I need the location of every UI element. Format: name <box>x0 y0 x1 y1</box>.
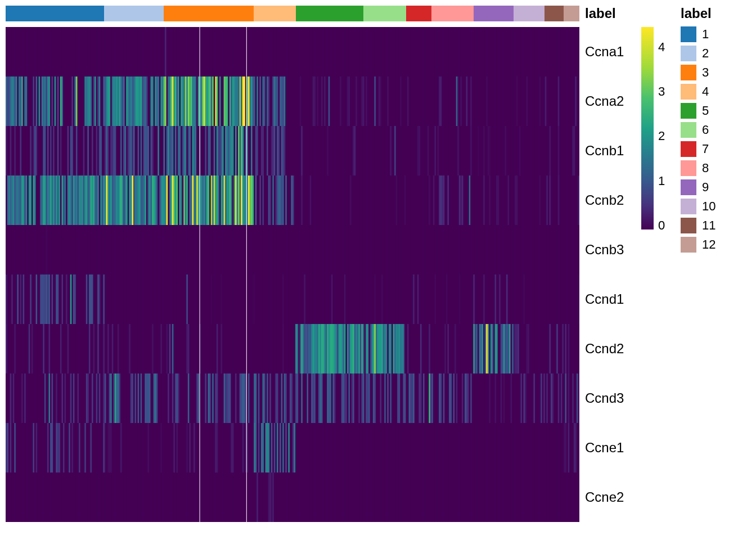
colorbar-tick: 0 <box>658 218 665 233</box>
heatmap-canvas <box>6 27 579 522</box>
legend-label: 6 <box>702 123 709 137</box>
legend-label: 11 <box>702 218 716 233</box>
legend-swatch <box>681 199 696 214</box>
row-label-Ccnb2: Ccnb2 <box>585 176 636 225</box>
legend-item-2: 2 <box>681 45 748 62</box>
legend-title: label <box>681 6 748 21</box>
annotation-segment-4 <box>254 6 296 21</box>
colorbar-tick: 3 <box>658 84 665 99</box>
legend-item-3: 3 <box>681 64 748 81</box>
annotation-segment-7 <box>406 6 431 21</box>
annotation-title: label <box>585 6 616 21</box>
legend-item-10: 10 <box>681 198 748 215</box>
row-labels: Ccna1Ccna2Ccnb1Ccnb2Ccnb3Ccnd1Ccnd2Ccnd3… <box>585 27 636 522</box>
heatmap-body <box>6 27 579 522</box>
legend-item-12: 12 <box>681 236 748 253</box>
legend-item-4: 4 <box>681 83 748 100</box>
row-label-Ccna1: Ccna1 <box>585 27 636 76</box>
annotation-segment-2 <box>104 6 163 21</box>
legend-swatch <box>681 237 696 253</box>
legend-label: 2 <box>702 46 709 61</box>
legend-item-8: 8 <box>681 160 748 177</box>
row-label-Ccne2: Ccne2 <box>585 472 636 522</box>
annotation-segment-10 <box>514 6 544 21</box>
legend-swatch <box>681 84 696 100</box>
label-legend: label 123456789101112 <box>681 6 748 253</box>
legend-item-6: 6 <box>681 122 748 138</box>
legend-swatch <box>681 141 696 157</box>
column-annotation-bar <box>6 6 579 21</box>
row-label-Ccnd1: Ccnd1 <box>585 274 636 324</box>
legend-item-1: 1 <box>681 26 748 43</box>
legend-label: 3 <box>702 65 709 80</box>
legend-item-5: 5 <box>681 102 748 119</box>
annotation-segment-5 <box>296 6 363 21</box>
legend-label: 1 <box>702 27 709 42</box>
colorbar-tick: 4 <box>658 40 665 55</box>
legend-swatch <box>681 103 696 119</box>
heatmap-chart <box>6 6 579 523</box>
annotation-segment-11 <box>544 6 564 21</box>
legend-label: 8 <box>702 161 709 176</box>
annotation-segment-8 <box>431 6 474 21</box>
row-label-Ccnd3: Ccnd3 <box>585 374 636 423</box>
colorbar-tick: 2 <box>658 129 665 143</box>
row-label-Ccna2: Ccna2 <box>585 76 636 126</box>
legend-swatch <box>681 46 696 61</box>
legend-swatch <box>681 65 696 80</box>
legend-swatch <box>681 26 696 42</box>
colorbar-ticks: 43210 <box>658 27 675 230</box>
annotation-segment-9 <box>474 6 513 21</box>
row-label-Ccne1: Ccne1 <box>585 423 636 472</box>
legend-item-7: 7 <box>681 141 748 158</box>
colorbar-tick: 1 <box>658 174 665 188</box>
legend-swatch <box>681 218 696 233</box>
legend-label: 4 <box>702 84 709 99</box>
legend-swatch <box>681 160 696 176</box>
legend-item-9: 9 <box>681 179 748 196</box>
legend-label: 7 <box>702 142 709 156</box>
legend-item-11: 11 <box>681 217 748 234</box>
legend-label: 12 <box>702 237 716 252</box>
row-label-Ccnd2: Ccnd2 <box>585 324 636 374</box>
colorbar-gradient <box>641 27 654 230</box>
legend-label: 10 <box>702 199 716 214</box>
legend-label: 5 <box>702 104 709 118</box>
legend-swatch <box>681 122 696 138</box>
legend-swatch <box>681 179 696 195</box>
annotation-segment-6 <box>363 6 406 21</box>
row-label-Ccnb3: Ccnb3 <box>585 225 636 274</box>
annotation-segment-1 <box>6 6 104 21</box>
row-label-Ccnb1: Ccnb1 <box>585 126 636 176</box>
legend-items: 123456789101112 <box>681 26 748 253</box>
annotation-segment-3 <box>164 6 254 21</box>
annotation-segment-12 <box>564 6 579 21</box>
legend-label: 9 <box>702 180 709 195</box>
colorbar: 43210 <box>641 27 675 230</box>
